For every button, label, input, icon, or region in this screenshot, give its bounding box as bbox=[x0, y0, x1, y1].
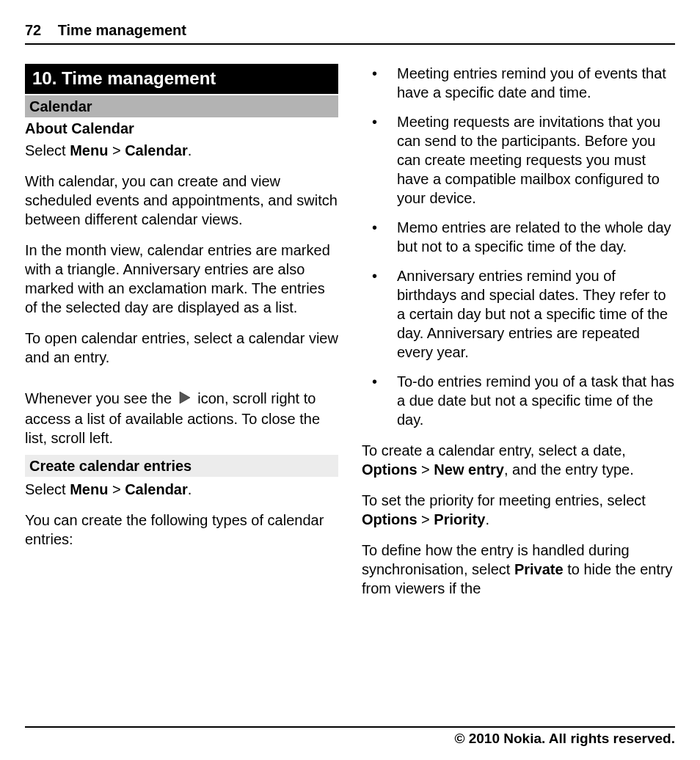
para-arrow-icon: Whenever you see the icon, scroll right … bbox=[25, 389, 338, 447]
text: Select bbox=[25, 142, 70, 158]
period: . bbox=[485, 511, 489, 527]
list-item: Meeting requests are invitations that yo… bbox=[362, 112, 675, 208]
separator: > bbox=[108, 142, 125, 158]
separator: > bbox=[418, 511, 434, 527]
new-entry-label: New entry bbox=[434, 461, 504, 478]
para-entry-types: You can create the following types of ca… bbox=[25, 511, 338, 549]
calendar-label: Calendar bbox=[125, 142, 188, 158]
separator: > bbox=[418, 461, 434, 478]
menu-label: Menu bbox=[70, 481, 108, 497]
para-open-entries: To open calendar entries, select a calen… bbox=[25, 329, 338, 367]
text: , and the entry type. bbox=[504, 461, 634, 478]
options-label: Options bbox=[362, 511, 418, 527]
para-create-entry: To create a calendar entry, select a dat… bbox=[362, 441, 675, 479]
priority-label: Priority bbox=[434, 511, 485, 527]
page-number: 72 bbox=[25, 22, 41, 38]
right-column: Meeting entries remind you of events tha… bbox=[362, 64, 675, 598]
list-item: To-do entries remind you of a task that … bbox=[362, 372, 675, 429]
entry-types-list: Meeting entries remind you of events tha… bbox=[362, 64, 675, 429]
para-month-view: In the month view, calendar entries are … bbox=[25, 241, 338, 317]
para-overview: With calendar, you can create and view s… bbox=[25, 172, 338, 229]
period: . bbox=[188, 142, 192, 158]
private-label: Private bbox=[514, 561, 564, 577]
subhead-about-calendar: About Calendar bbox=[25, 117, 338, 139]
page-title: Time management bbox=[58, 22, 186, 38]
arrow-right-icon bbox=[178, 390, 192, 409]
text: Whenever you see the bbox=[25, 390, 176, 406]
para-sync-private: To define how the entry is handled durin… bbox=[362, 541, 675, 598]
content-columns: 10. Time management Calendar About Calen… bbox=[25, 64, 675, 598]
select-line-1: Select Menu > Calendar. bbox=[25, 141, 338, 160]
text: Select bbox=[25, 481, 70, 497]
svg-marker-0 bbox=[180, 392, 190, 403]
text: To create a calendar entry, select a dat… bbox=[362, 442, 626, 458]
list-item: Meeting entries remind you of events tha… bbox=[362, 64, 675, 102]
chapter-heading: 10. Time management bbox=[25, 64, 338, 94]
list-item: Anniversary entries remind you of birthd… bbox=[362, 266, 675, 362]
separator: > bbox=[108, 481, 125, 497]
para-set-priority: To set the priority for meeting entries,… bbox=[362, 491, 675, 529]
calendar-label: Calendar bbox=[125, 481, 188, 497]
section-create-entries: Create calendar entries bbox=[25, 455, 338, 477]
menu-label: Menu bbox=[70, 142, 108, 158]
page-header: 72 Time management bbox=[25, 22, 675, 45]
list-item: Memo entries are related to the whole da… bbox=[362, 218, 675, 256]
period: . bbox=[188, 481, 192, 497]
options-label: Options bbox=[362, 461, 418, 478]
section-calendar: Calendar bbox=[25, 95, 338, 117]
text: To set the priority for meeting entries,… bbox=[362, 492, 646, 508]
select-line-2: Select Menu > Calendar. bbox=[25, 480, 338, 499]
page-footer: © 2010 Nokia. All rights reserved. bbox=[25, 726, 675, 747]
left-column: 10. Time management Calendar About Calen… bbox=[25, 64, 338, 598]
